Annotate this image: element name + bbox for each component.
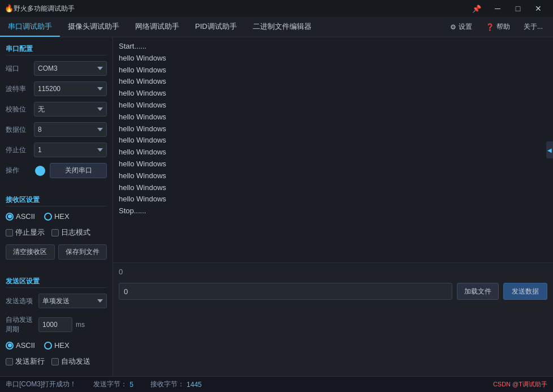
- send-opt-select[interactable]: 单项发送 多项发送: [38, 294, 107, 308]
- recv-ascii-radio[interactable]: ASCII: [6, 212, 35, 221]
- log-mode-label: 日志模式: [61, 227, 90, 238]
- baud-select-wrap: 115200 9600 19200 38400 57600: [34, 81, 107, 96]
- recv-hex-circle: [44, 213, 52, 221]
- help-label: 帮助: [496, 22, 510, 32]
- receive-line: hello Windows: [119, 64, 547, 76]
- receive-line: hello Windows: [119, 123, 547, 135]
- tab-serial[interactable]: 串口调试助手: [0, 17, 60, 37]
- clear-recv-button[interactable]: 清空接收区: [6, 244, 55, 260]
- stopbits-label: 停止位: [6, 145, 31, 155]
- period-label: 自动发送周期: [6, 315, 35, 334]
- stopbits-select[interactable]: 1 1.5 2: [34, 143, 107, 157]
- op-row: 操作 关闭串口: [6, 163, 107, 178]
- close-serial-button[interactable]: 关闭串口: [50, 163, 107, 178]
- parity-select[interactable]: 无 奇校验 偶校验: [34, 102, 107, 117]
- send-opt-select-wrap: 单项发送 多项发送: [38, 294, 107, 308]
- settings-label: 设置: [459, 22, 472, 32]
- send-area: 0 加载文件 发送数据: [113, 263, 553, 376]
- port-status-text: 串口[COM3]打开成功！: [6, 380, 76, 389]
- databits-row: 数据位 8 5 6 7: [6, 122, 107, 137]
- receive-line: hello Windows: [119, 76, 547, 88]
- window-controls: ─ □ ✕: [487, 0, 548, 17]
- send-counter: 0: [119, 268, 547, 276]
- settings-button[interactable]: ⚙ 设置: [444, 20, 478, 34]
- close-button[interactable]: ✕: [528, 0, 548, 17]
- port-status: 串口[COM3]打开成功！: [6, 380, 76, 389]
- tab-pid[interactable]: PID调试助手: [187, 17, 245, 37]
- receive-line: hello Windows: [119, 193, 547, 205]
- recv-options-row: 停止显示 日志模式: [6, 227, 107, 238]
- recv-hex-radio[interactable]: HEX: [44, 212, 70, 221]
- load-file-button[interactable]: 加载文件: [457, 283, 499, 300]
- pin-button[interactable]: 📌: [468, 0, 485, 17]
- receive-area: Start......hello Windowshello Windowshel…: [113, 37, 553, 263]
- send-data-button[interactable]: 发送数据: [503, 283, 547, 300]
- send-count-item: 发送字节： 5: [93, 380, 133, 389]
- help-button[interactable]: ❓ 帮助: [480, 20, 516, 34]
- send-ascii-radio[interactable]: ASCII: [6, 341, 35, 350]
- stop-display-checkbox[interactable]: 停止显示: [6, 227, 45, 238]
- port-label: 端口: [6, 64, 31, 74]
- spacer1: [6, 184, 107, 189]
- databits-select[interactable]: 8 5 6 7: [34, 122, 107, 137]
- app-icon: 🔥: [5, 4, 14, 13]
- save-file-button[interactable]: 保存到文件: [58, 244, 107, 260]
- content-area: Start......hello Windowshello Windowshel…: [113, 37, 553, 376]
- stop-display-label: 停止显示: [15, 227, 45, 238]
- tab-binary[interactable]: 二进制文件编辑器: [245, 17, 319, 37]
- send-count: 5: [129, 381, 133, 389]
- sidebar: 串口配置 端口 COM3 COM1 COM2 COM4 波特率 115200 9…: [0, 37, 113, 376]
- auto-send-checkbox[interactable]: 自动发送: [51, 356, 90, 367]
- gear-icon: ⚙: [450, 23, 456, 31]
- maximize-button[interactable]: □: [508, 0, 528, 17]
- baud-label: 波特率: [6, 84, 31, 94]
- about-button[interactable]: 关于...: [518, 20, 548, 34]
- receive-scroll[interactable]: Start......hello Windowshello Windowshel…: [113, 37, 553, 262]
- send-encoding-row: ASCII HEX: [6, 341, 107, 350]
- auto-send-label: 自动发送: [61, 356, 90, 367]
- recv-ascii-circle: [6, 213, 14, 221]
- send-opt-row: 发送选项 单项发送 多项发送: [6, 294, 107, 308]
- serial-toggle[interactable]: [35, 166, 45, 176]
- recv-hex-label: HEX: [54, 212, 70, 221]
- log-mode-box: [51, 229, 59, 236]
- send-input[interactable]: [119, 283, 452, 300]
- port-row: 端口 COM3 COM1 COM2 COM4: [6, 61, 107, 76]
- databits-label: 数据位: [6, 125, 31, 135]
- status-bar: 串口[COM3]打开成功！ 发送字节： 5 接收字节： 1445 CSDN @T…: [0, 376, 553, 392]
- serial-config-title: 串口配置: [6, 42, 107, 55]
- stopbits-select-wrap: 1 1.5 2: [34, 143, 107, 157]
- send-options-row: 发送新行 自动发送: [6, 356, 107, 367]
- send-ascii-label: ASCII: [16, 341, 35, 350]
- send-label: 发送字节：: [93, 380, 127, 389]
- watermark: CSDN @T调试助手: [493, 380, 547, 389]
- collapse-arrow[interactable]: ◀: [546, 141, 553, 158]
- newline-box: [6, 358, 13, 365]
- baud-select[interactable]: 115200 9600 19200 38400 57600: [34, 81, 107, 96]
- tab-camera[interactable]: 摄像头调试助手: [60, 17, 127, 37]
- auto-send-box: [51, 358, 59, 365]
- send-hex-label: HEX: [54, 341, 70, 350]
- about-label: 关于...: [524, 22, 543, 32]
- log-mode-checkbox[interactable]: 日志模式: [51, 227, 90, 238]
- receive-line: Stop......: [119, 205, 547, 217]
- parity-select-wrap: 无 奇校验 偶校验: [34, 102, 107, 117]
- baud-row: 波特率 115200 9600 19200 38400 57600: [6, 81, 107, 96]
- port-select-wrap: COM3 COM1 COM2 COM4: [34, 61, 107, 76]
- port-select[interactable]: COM3 COM1 COM2 COM4: [34, 61, 107, 76]
- parity-label: 校验位: [6, 105, 31, 114]
- period-input[interactable]: [38, 317, 72, 332]
- receive-line: hello Windows: [119, 158, 547, 170]
- menu-right-buttons: ⚙ 设置 ❓ 帮助 关于...: [444, 17, 553, 37]
- recv-count-item: 接收字节： 1445: [150, 380, 202, 389]
- send-ascii-circle: [6, 342, 14, 350]
- title-bar: 🔥 野火多功能调试助手 📌 ─ □ ✕: [0, 0, 553, 17]
- receive-line: hello Windows: [119, 135, 547, 147]
- tab-network[interactable]: 网络调试助手: [127, 17, 187, 37]
- receive-line: hello Windows: [119, 88, 547, 100]
- recv-encoding-row: ASCII HEX: [6, 212, 107, 221]
- newline-checkbox[interactable]: 发送新行: [6, 356, 45, 367]
- send-hex-radio[interactable]: HEX: [44, 341, 70, 350]
- minimize-button[interactable]: ─: [487, 0, 508, 17]
- receive-line: hello Windows: [119, 111, 547, 123]
